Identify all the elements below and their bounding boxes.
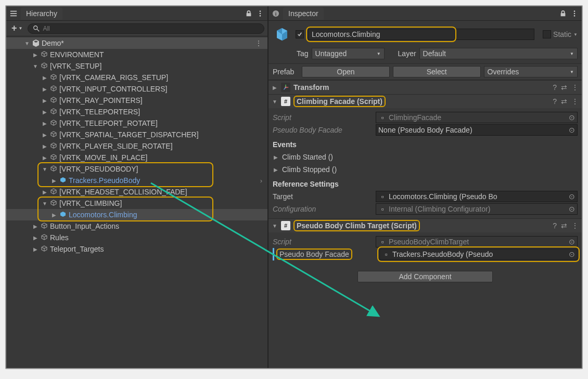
inspector-tab[interactable]: Inspector [283, 7, 324, 20]
chevron-right-icon[interactable]: ▶ [42, 86, 48, 92]
tree-row-trackers[interactable]: ▶ Trackers.PseudoBody › [6, 175, 267, 186]
event-row[interactable]: ▶ Climb Stopped () [273, 163, 578, 176]
configuration-field[interactable]: ▫ Internal (Climbing Configurator) ⊙ [376, 203, 578, 215]
tree-row[interactable]: ▶ [VRTK_SPATIAL_TARGET_DISPATCHER] [6, 129, 267, 140]
kebab-menu-icon[interactable]: ⋮ [571, 97, 579, 106]
static-checkbox[interactable] [543, 30, 551, 38]
kebab-menu-icon[interactable]: ⋮ [571, 221, 579, 230]
kebab-menu-icon[interactable] [570, 9, 579, 18]
gameobject-icon [49, 165, 58, 173]
chevron-right-icon[interactable]: ▶ [51, 178, 57, 184]
help-icon[interactable]: ? [553, 97, 557, 106]
chevron-right-icon[interactable]: › [260, 177, 262, 185]
object-picker-icon[interactable]: ⊙ [569, 250, 575, 258]
prefab-icon [59, 211, 67, 219]
layer-dropdown[interactable]: Default▼ [419, 48, 578, 59]
tree-row[interactable]: ▼ [VRTK_SETUP] [6, 60, 267, 72]
script-field[interactable]: ▫ ClimbingFacade ⊙ [376, 112, 578, 123]
chevron-down-icon[interactable]: ▼ [272, 223, 278, 229]
prefab-open-button[interactable]: Open [302, 66, 390, 77]
pseudo-body-facade-field[interactable]: ▫ Trackers.PseudoBody (Pseudo ⊙ [379, 249, 578, 260]
chevron-down-icon[interactable]: ▼ [42, 201, 48, 206]
chevron-right-icon[interactable]: ▶ [273, 167, 279, 173]
search-input[interactable]: All [28, 23, 264, 34]
kebab-menu-icon[interactable]: ⋮ [571, 83, 579, 92]
tree-row[interactable]: ▶ ENVIRONMENT [6, 49, 267, 60]
tree-row[interactable]: ▶ [VRTK_HEADSET_COLLISION_FADE] [6, 186, 267, 198]
chevron-right-icon[interactable]: ▶ [32, 52, 39, 58]
tag-dropdown[interactable]: Untagged▼ [312, 48, 385, 59]
chevron-right-icon[interactable]: ▶ [51, 212, 57, 218]
chevron-down-icon[interactable]: ▼ [24, 41, 30, 46]
tree-row[interactable]: ▶ [VRTK_TELEPORT_ROTATE] [6, 117, 267, 129]
prefab-overrides-dropdown[interactable]: Overrides▼ [484, 66, 578, 77]
static-label: Static [553, 30, 571, 38]
object-picker-icon[interactable]: ⊙ [569, 126, 575, 134]
tree-row-selected[interactable]: ▶ Locomotors.Climbing [6, 209, 267, 220]
preset-icon[interactable]: ⇄ [561, 221, 567, 230]
chevron-right-icon[interactable]: ▶ [42, 143, 48, 149]
preset-icon[interactable]: ⇄ [561, 83, 567, 92]
gameobject-icon [49, 130, 58, 139]
property-row: Script ▫ PseudoBodyClimbTarget ⊙ [273, 236, 578, 248]
static-toggle[interactable]: Static ▼ [543, 30, 578, 38]
help-icon[interactable]: ? [553, 221, 557, 230]
scene-row[interactable]: ▼ Demo* ⋮ [6, 37, 267, 49]
prefab-select-button[interactable]: Select [393, 66, 481, 77]
help-icon[interactable]: ? [553, 83, 557, 92]
event-row[interactable]: ▶ Climb Started () [273, 151, 578, 163]
chevron-down-icon[interactable]: ▼ [272, 99, 278, 104]
chevron-right-icon[interactable]: ▶ [42, 75, 48, 81]
hierarchy-tab[interactable]: Hierarchy [21, 7, 62, 20]
script-icon: # [281, 221, 290, 230]
chevron-right-icon[interactable]: ▶ [42, 121, 48, 126]
gameobject-icon [49, 85, 58, 93]
tree-row[interactable]: ▶ [VRTK_RAY_POINTERS] [6, 95, 267, 106]
tree-row[interactable]: ▶ Rules [6, 232, 267, 243]
chevron-right-icon[interactable]: ▶ [32, 224, 39, 229]
tree-row[interactable]: ▶ [VRTK_PLAYER_SLIDE_ROTATE] [6, 140, 267, 152]
chevron-right-icon[interactable]: ▶ [42, 189, 48, 195]
chevron-right-icon[interactable]: ▶ [272, 85, 278, 90]
object-picker-icon[interactable]: ⊙ [569, 205, 575, 213]
tree-row[interactable]: ▶ [VRTK_CAMERA_RIGS_SETUP] [6, 72, 267, 83]
preset-icon[interactable]: ⇄ [561, 97, 567, 106]
chevron-right-icon[interactable]: ▶ [42, 98, 48, 103]
tree-row[interactable]: ▶ Button_Input_Actions [6, 220, 267, 232]
tree-row[interactable]: ▶ [VRTK_TELEPORTERS] [6, 106, 267, 117]
add-component-button[interactable]: Add Component [357, 271, 493, 282]
tree-row[interactable]: ▶ [VRTK_INPUT_CONTROLLERS] [6, 83, 267, 95]
chevron-right-icon[interactable]: ▶ [42, 132, 48, 138]
lock-icon[interactable] [245, 9, 253, 18]
property-row: Pseudo Body Facade None (Pseudo Body Fac… [273, 124, 578, 136]
kebab-menu-icon[interactable] [256, 9, 264, 18]
climbing-facade-header[interactable]: ▼ # Climbing Facade (Script) ? ⇄ ⋮ [269, 95, 582, 108]
gameobject-name-text: Locomotors.Climbing [312, 30, 380, 38]
chevron-down-icon[interactable]: ▼ [42, 166, 48, 172]
chevron-right-icon[interactable]: ▶ [42, 155, 48, 161]
create-dropdown[interactable]: + ▼ [9, 22, 24, 35]
tree-row[interactable]: ▶ Teleport_Targets [6, 243, 267, 255]
chevron-down-icon[interactable]: ▼ [32, 63, 39, 69]
chevron-right-icon[interactable]: ▶ [32, 246, 39, 252]
kebab-menu-icon[interactable]: ⋮ [255, 39, 262, 47]
tree-row[interactable]: ▼ [VRTK_PSEUDOBODY] [6, 163, 267, 175]
tree-row[interactable]: ▼ [VRTK_CLIMBING] [6, 198, 267, 209]
lock-icon[interactable] [559, 9, 567, 18]
target-field[interactable]: ▫ Locomotors.Climbing (Pseudo Bo ⊙ [376, 191, 578, 202]
gameobject-name-input[interactable]: Locomotors.Climbing [308, 29, 534, 40]
script-field[interactable]: ▫ PseudoBodyClimbTarget ⊙ [376, 236, 578, 247]
object-picker-icon[interactable]: ⊙ [569, 113, 575, 122]
tree-row[interactable]: ▶ [VRTK_MOVE_IN_PLACE] [6, 152, 267, 163]
pseudo-body-facade-field[interactable]: None (Pseudo Body Facade) ⊙ [376, 124, 578, 136]
object-picker-icon[interactable]: ⊙ [569, 238, 575, 246]
chevron-right-icon[interactable]: ▶ [42, 109, 48, 115]
object-picker-icon[interactable]: ⊙ [569, 192, 575, 201]
tree-item-label: Rules [50, 233, 69, 242]
enabled-checkbox[interactable] [296, 30, 304, 38]
pseudo-body-climb-target-header[interactable]: ▼ # Pseudo Body Climb Target (Script) ? … [269, 219, 582, 232]
transform-component-header[interactable]: ▶ Transform ? ⇄ ⋮ [269, 81, 582, 94]
chevron-right-icon[interactable]: ▶ [32, 235, 39, 241]
hierarchy-tree[interactable]: ▼ Demo* ⋮ ▶ ENVIRONMENT ▼ [VRTK_SETUP] ▶ [6, 36, 267, 368]
chevron-right-icon[interactable]: ▶ [273, 154, 279, 160]
